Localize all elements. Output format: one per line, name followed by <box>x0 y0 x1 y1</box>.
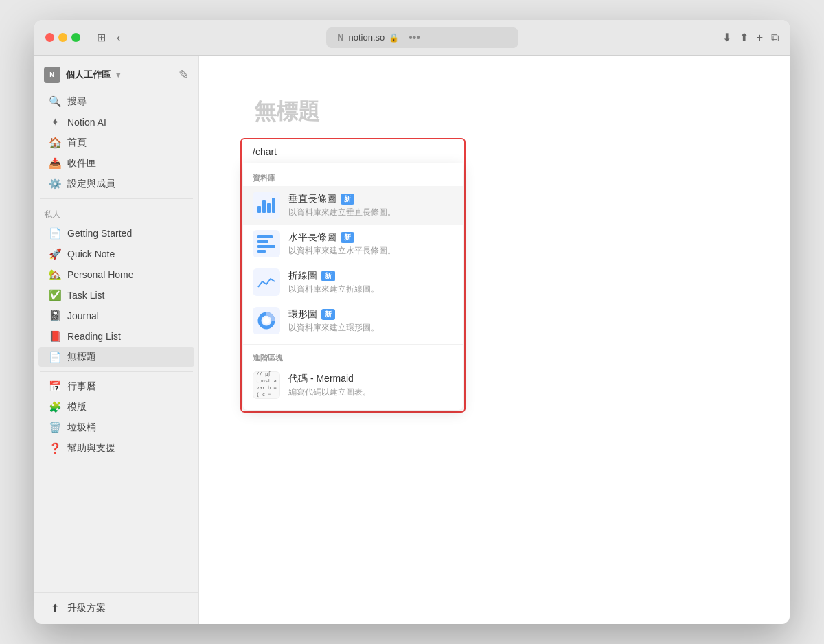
inbox-label: 收件匣 <box>67 157 96 170</box>
reading-list-label: Reading List <box>67 331 121 342</box>
personal-home-label: Personal Home <box>67 269 134 280</box>
dropdown-item-line-chart[interactable]: 折線圖 新 以資料庫來建立折線圖。 <box>243 263 463 301</box>
help-icon: ❓ <box>48 442 62 455</box>
upgrade-button[interactable]: ⬆ 升級方案 <box>38 599 194 618</box>
sidebar-item-getting-started[interactable]: 📄 Getting Started <box>38 224 194 243</box>
dropdown-item-horizontal-bar[interactable]: 水平長條圖 新 以資料庫來建立水平長條圖。 <box>243 225 463 263</box>
task-list-icon: ✅ <box>48 289 62 301</box>
search-label: 搜尋 <box>67 95 87 108</box>
getting-started-label: Getting Started <box>67 228 132 239</box>
command-input-area[interactable]: /chart <box>243 141 463 163</box>
donut-chart-badge: 新 <box>321 309 335 320</box>
templates-icon: 🧩 <box>48 401 62 413</box>
sidebar-bottom: ⬆ 升級方案 <box>34 592 198 619</box>
dropdown-item-donut-chart[interactable]: 環形圖 新 以資料庫來建立環形圖。 <box>243 301 463 340</box>
workspace-name[interactable]: 𝗡 個人工作區 ▾ <box>44 67 120 83</box>
home-label: 首頁 <box>67 137 87 149</box>
title-bar-right: ⬇ ⬆ + ⧉ <box>722 31 779 44</box>
vertical-bar-desc: 以資料庫來建立垂直長條圖。 <box>288 207 396 218</box>
trash-icon: 🗑️ <box>48 422 62 434</box>
home-icon: 🏠 <box>48 137 62 149</box>
sidebar-item-home[interactable]: 🏠 首頁 <box>38 133 194 152</box>
line-chart-badge: 新 <box>321 271 335 281</box>
upgrade-icon: ⬆ <box>48 602 62 614</box>
calendar-icon: 📅 <box>48 380 62 393</box>
command-dropdown: 資料庫 垂直長條圖 <box>243 163 463 410</box>
new-page-icon[interactable]: ✎ <box>179 67 189 82</box>
horizontal-bar-title: 水平長條圖 <box>288 231 336 244</box>
code-mermaid-desc: 編寫代碼以建立圖表。 <box>288 387 371 398</box>
copy-tab-icon[interactable]: ⧉ <box>771 32 779 44</box>
url-display[interactable]: 𝗡 notion.so 🔒 ••• <box>326 27 518 48</box>
title-bar: ⊞ ‹ 𝗡 notion.so 🔒 ••• ⬇ ⬆ + ⧉ <box>34 20 790 56</box>
sidebar-toggle-button[interactable]: ⊞ <box>94 28 108 47</box>
line-chart-icon <box>253 268 280 296</box>
dropdown-item-code-mermaid[interactable]: // μ∫ const a var b = { c = 代碼 - Mermaid… <box>243 366 463 404</box>
command-popup-wrapper: /chart 資料庫 <box>240 138 466 413</box>
sidebar-item-calendar[interactable]: 📅 行事曆 <box>38 377 194 396</box>
inbox-icon: 📥 <box>48 157 62 170</box>
minimize-button[interactable] <box>58 33 67 42</box>
workspace-label: 個人工作區 <box>66 69 111 81</box>
share-icon[interactable]: ⬆ <box>740 31 748 44</box>
download-icon[interactable]: ⬇ <box>722 31 731 44</box>
sidebar-item-inbox[interactable]: 📥 收件匣 <box>38 154 194 173</box>
main-content: 𝗡 個人工作區 ▾ ✎ 🔍 搜尋 ✦ Notion AI 🏠 首頁 <box>34 56 790 624</box>
untitled-icon: 📄 <box>48 351 62 363</box>
line-chart-title: 折線圖 <box>288 270 317 282</box>
command-input-text: /chart <box>253 146 277 157</box>
personal-home-icon: 🏡 <box>48 268 62 281</box>
workspace-avatar: 𝗡 <box>44 67 60 83</box>
settings-label: 設定與成員 <box>67 178 115 190</box>
getting-started-icon: 📄 <box>48 227 62 240</box>
vertical-bar-text: 垂直長條圖 新 以資料庫來建立垂直長條圖。 <box>288 193 396 218</box>
line-chart-text: 折線圖 新 以資料庫來建立折線圖。 <box>288 270 379 295</box>
notion-ai-label: Notion AI <box>67 117 106 128</box>
page-title: 無標題 <box>254 97 735 127</box>
dropdown-divider <box>243 344 463 345</box>
sidebar-item-trash[interactable]: 🗑️ 垃圾桶 <box>38 418 194 437</box>
notion-ai-icon: ✦ <box>48 116 62 128</box>
code-mermaid-title: 代碼 - Mermaid <box>288 373 354 385</box>
section-database: 資料庫 <box>243 169 463 186</box>
sidebar-item-search[interactable]: 🔍 搜尋 <box>38 92 194 111</box>
reading-list-icon: 📕 <box>48 330 62 343</box>
trash-label: 垃圾桶 <box>67 422 96 434</box>
vertical-bar-badge: 新 <box>341 194 354 205</box>
back-button[interactable]: ‹ <box>114 29 123 47</box>
sidebar-item-quick-note[interactable]: 🚀 Quick Note <box>38 244 194 264</box>
add-tab-icon[interactable]: + <box>757 32 763 44</box>
sidebar-item-untitled[interactable]: 📄 無標題 <box>38 347 194 367</box>
vertical-bar-chart-icon <box>253 192 280 219</box>
line-chart-desc: 以資料庫來建立折線圖。 <box>288 284 379 295</box>
dropdown-item-vertical-bar[interactable]: 垂直長條圖 新 以資料庫來建立垂直長條圖。 <box>243 186 463 225</box>
url-text: notion.so <box>348 32 385 43</box>
traffic-lights <box>45 33 80 42</box>
address-bar: 𝗡 notion.so 🔒 ••• <box>131 27 713 48</box>
sidebar-item-notion-ai[interactable]: ✦ Notion AI <box>38 113 194 132</box>
sidebar-item-reading-list[interactable]: 📕 Reading List <box>38 327 194 346</box>
vertical-bar-title: 垂直長條圖 <box>288 193 336 205</box>
sidebar-header: 𝗡 個人工作區 ▾ ✎ <box>34 61 198 89</box>
sidebar-item-task-list[interactable]: ✅ Task List <box>38 286 194 305</box>
section-advanced: 進階區塊 <box>243 349 463 366</box>
quick-note-icon: 🚀 <box>48 248 62 260</box>
section-label-private: 私人 <box>34 203 198 223</box>
horizontal-bar-badge: 新 <box>341 232 354 243</box>
horizontal-bar-desc: 以資料庫來建立水平長條圖。 <box>288 245 396 257</box>
maximize-button[interactable] <box>71 33 80 42</box>
sidebar-item-help[interactable]: ❓ 幫助與支援 <box>38 439 194 458</box>
sidebar-item-settings[interactable]: ⚙️ 設定與成員 <box>38 174 194 194</box>
sidebar-item-journal[interactable]: 📓 Journal <box>38 306 194 325</box>
sidebar-toggle-controls: ⊞ ‹ <box>94 28 123 47</box>
untitled-label: 無標題 <box>67 351 96 363</box>
page-content: 無標題 /chart 資料庫 <box>199 56 790 624</box>
journal-icon: 📓 <box>48 310 62 322</box>
browser-window: ⊞ ‹ 𝗡 notion.so 🔒 ••• ⬇ ⬆ + ⧉ <box>34 20 790 624</box>
templates-label: 模版 <box>67 401 87 413</box>
sidebar-divider-2 <box>40 371 193 372</box>
close-button[interactable] <box>45 33 54 42</box>
sidebar-item-templates[interactable]: 🧩 模版 <box>38 398 194 417</box>
sidebar-item-personal-home[interactable]: 🏡 Personal Home <box>38 265 194 284</box>
settings-icon: ⚙️ <box>48 178 62 190</box>
